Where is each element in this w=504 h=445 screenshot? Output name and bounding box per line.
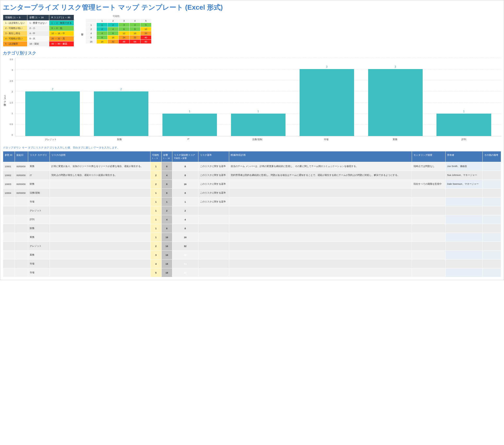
risk-cell-mit[interactable] (229, 242, 412, 251)
risk-cell-other[interactable] (482, 171, 501, 180)
table-row[interactable]: 評判144 (3, 215, 501, 224)
risk-cell-other[interactable] (482, 259, 501, 268)
risk-cell-mit[interactable] (229, 189, 412, 197)
risk-cell-date[interactable] (15, 206, 28, 215)
risk-cell-imp[interactable]: 16 (161, 242, 172, 251)
risk-cell-owner[interactable] (445, 259, 482, 268)
risk-cell-owner[interactable] (445, 251, 482, 259)
risk-cell-desc[interactable] (50, 215, 150, 224)
risk-cell-imp[interactable]: 2 (161, 206, 172, 215)
risk-cell-cat[interactable]: クレジット (28, 242, 50, 251)
risk-cell-mon[interactable] (412, 259, 445, 268)
risk-cell-owner[interactable] (445, 224, 482, 233)
risk-cell-prob[interactable]: 1 (150, 189, 161, 197)
risk-cell-mon[interactable] (412, 251, 445, 259)
risk-cell-score[interactable]: 1 (172, 197, 198, 206)
risk-cell-basis[interactable] (198, 242, 229, 251)
risk-cell-ref[interactable] (3, 206, 15, 215)
table-row[interactable]: 市場41664 (3, 259, 501, 268)
risk-cell-date[interactable] (15, 197, 28, 206)
risk-cell-desc[interactable]: 契約上の問題が発生した場合、遅延やコスト超過が発生する。 (50, 171, 150, 180)
risk-cell-score[interactable]: 2 (172, 206, 198, 215)
risk-cell-score[interactable]: 4 (172, 215, 198, 224)
risk-cell-mit[interactable] (229, 206, 412, 215)
table-row[interactable]: クレジット21632 (3, 242, 501, 251)
risk-cell-mon[interactable] (412, 197, 445, 206)
risk-cell-imp[interactable]: 16 (161, 268, 172, 277)
risk-cell-ref[interactable]: 10004 (3, 189, 15, 197)
risk-cell-imp[interactable]: 8 (161, 224, 172, 233)
table-row[interactable]: 1000100/00/00業務計画に変更があり、追加のリソースや異なるリソースが… (3, 162, 501, 171)
risk-cell-other[interactable] (482, 268, 501, 277)
table-row[interactable]: 財務188 (3, 224, 501, 233)
risk-cell-score[interactable]: 16 (172, 180, 198, 189)
risk-cell-desc[interactable] (50, 242, 150, 251)
table-row[interactable]: 市場51680 (3, 268, 501, 277)
risk-cell-score[interactable]: 80 (172, 268, 198, 277)
risk-cell-mon[interactable]: 現時点では問題なし (412, 162, 445, 171)
risk-cell-score[interactable]: 8 (172, 171, 198, 180)
table-row[interactable]: 1000200/00/00IT契約上の問題が発生した場合、遅延やコスト超過が発生… (3, 171, 501, 180)
risk-cell-mit[interactable] (229, 180, 412, 189)
risk-cell-date[interactable] (15, 233, 28, 242)
risk-cell-cat[interactable]: 業務 (28, 233, 50, 242)
risk-cell-cat[interactable]: 財務 (28, 224, 50, 233)
risk-cell-ref[interactable] (3, 259, 15, 268)
risk-cell-basis[interactable] (198, 268, 229, 277)
risk-cell-desc[interactable] (50, 189, 150, 197)
risk-cell-other[interactable] (482, 242, 501, 251)
table-row[interactable]: 1000300/00/00財務2816このリスクに関する基準現在すべての期限を監… (3, 180, 501, 189)
risk-cell-cat[interactable]: 業務 (28, 251, 50, 259)
risk-cell-basis[interactable]: このリスクに関する基準 (198, 180, 229, 189)
risk-cell-desc[interactable] (50, 233, 150, 242)
risk-cell-score[interactable]: 8 (172, 189, 198, 197)
risk-cell-cat[interactable]: 業務 (28, 162, 50, 171)
risk-cell-owner[interactable]: Sue Johnson、マネージャー (445, 171, 482, 180)
risk-cell-mon[interactable] (412, 171, 445, 180)
risk-cell-mon[interactable] (412, 224, 445, 233)
risk-cell-basis[interactable] (198, 251, 229, 259)
risk-cell-mon[interactable] (412, 215, 445, 224)
risk-cell-owner[interactable] (445, 242, 482, 251)
risk-cell-date[interactable] (15, 215, 28, 224)
risk-cell-mit[interactable] (229, 215, 412, 224)
risk-cell-ref[interactable] (3, 215, 15, 224)
risk-cell-other[interactable] (482, 251, 501, 259)
risk-cell-prob[interactable]: 4 (150, 259, 161, 268)
risk-cell-ref[interactable] (3, 197, 15, 206)
risk-cell-other[interactable] (482, 215, 501, 224)
risk-cell-prob[interactable]: 1 (150, 206, 161, 215)
risk-cell-mit[interactable]: 担当のチーム メンバーは、計画の変更案を継続的に監視し、その案に関してチーム間の… (229, 162, 412, 171)
risk-cell-basis[interactable]: このリスクに関する基準 (198, 171, 229, 180)
risk-cell-mit[interactable] (229, 224, 412, 233)
risk-cell-date[interactable]: 00/00/00 (15, 189, 28, 197)
risk-cell-basis[interactable] (198, 215, 229, 224)
risk-table[interactable]: 参照 ID提起日リスク カテゴリリスクの説明可能性1 ～ 5影響1 ～ 16リス… (3, 151, 501, 277)
risk-cell-date[interactable] (15, 268, 28, 277)
risk-cell-imp[interactable]: 8 (161, 162, 172, 171)
risk-cell-prob[interactable]: 2 (150, 171, 161, 180)
risk-cell-basis[interactable]: このリスクに関する基準 (198, 197, 229, 206)
risk-cell-mon[interactable] (412, 268, 445, 277)
risk-cell-imp[interactable]: 16 (161, 259, 172, 268)
risk-cell-desc[interactable] (50, 224, 150, 233)
risk-cell-basis[interactable]: このリスクに関する基準 (198, 189, 229, 197)
risk-cell-cat[interactable]: IT (28, 171, 50, 180)
risk-cell-other[interactable] (482, 233, 501, 242)
risk-cell-owner[interactable] (445, 215, 482, 224)
risk-cell-imp[interactable]: 16 (161, 233, 172, 242)
risk-cell-other[interactable] (482, 206, 501, 215)
table-row[interactable]: 業務11616 (3, 233, 501, 242)
risk-cell-basis[interactable] (198, 224, 229, 233)
risk-cell-mit[interactable] (229, 259, 412, 268)
risk-cell-prob[interactable]: 1 (150, 162, 161, 171)
risk-cell-date[interactable] (15, 242, 28, 251)
risk-cell-ref[interactable] (3, 242, 15, 251)
risk-cell-desc[interactable] (50, 251, 150, 259)
risk-cell-date[interactable] (15, 259, 28, 268)
risk-cell-score[interactable]: 64 (172, 259, 198, 268)
risk-cell-date[interactable] (15, 224, 28, 233)
risk-cell-date[interactable] (15, 251, 28, 259)
risk-cell-date[interactable]: 00/00/00 (15, 171, 28, 180)
risk-cell-cat[interactable]: 財務 (28, 180, 50, 189)
